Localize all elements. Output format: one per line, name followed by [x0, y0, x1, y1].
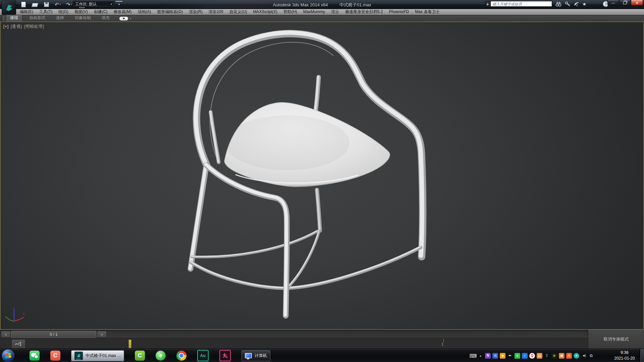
wan-app-icon[interactable]: 丸	[219, 350, 231, 361]
task-computer-label: 计算机	[255, 353, 267, 359]
app-logo-button[interactable]	[2, 0, 16, 15]
qq-icon[interactable]: Q	[529, 353, 535, 359]
chair-left-leg	[190, 165, 207, 269]
minimize-button[interactable]: —	[607, 0, 619, 6]
browser-tray-icon[interactable]: ▤	[537, 353, 542, 359]
ribbon-minimize-caret-icon	[122, 18, 125, 19]
green-browser-icon[interactable]: e	[156, 351, 166, 361]
volume-icon[interactable]: ◄)	[581, 353, 587, 359]
ribbon-tab-freeform[interactable]: 自由形式	[26, 15, 48, 21]
chrome-icon[interactable]	[176, 351, 186, 361]
taskbar-clock[interactable]: 9:36 2021-01-20	[610, 350, 639, 362]
ribbon-tab-populate[interactable]: 填充	[99, 15, 113, 21]
menu-help[interactable]: 帮助(H)	[280, 9, 300, 15]
task-3dsmax-window[interactable]: max 中式椅子01.max ...	[71, 350, 124, 361]
workspace-selector[interactable]: 工作区: 默认 ▾	[73, 1, 114, 7]
redo-icon: ↷	[66, 2, 70, 7]
menu-customize[interactable]: 自定义(U)	[226, 9, 250, 15]
communication-center-icon[interactable]	[574, 1, 579, 7]
world-axis-gizmo: z x	[3, 307, 27, 327]
redo-caret-icon[interactable]: ▾	[71, 3, 72, 6]
frame-tick-label: 1	[441, 342, 443, 346]
menu-edit[interactable]: 编辑(E)	[17, 9, 36, 15]
new-file-button[interactable]	[20, 1, 27, 8]
open-file-button[interactable]	[32, 1, 38, 8]
menu-maxscript[interactable]: MAXScript(X)	[250, 9, 280, 15]
menu-phoenixfd[interactable]: PhoenixFD	[386, 9, 412, 15]
save-button[interactable]	[43, 1, 50, 8]
menu-group[interactable]: 组(G)	[55, 9, 71, 15]
show-desktop-button[interactable]	[640, 349, 644, 362]
ribbon-options-caret-icon[interactable]: ▾	[130, 17, 131, 20]
mini-curve-editor-button[interactable]	[11, 339, 25, 349]
taskbar: C max 中式椅子01.max ... C e Au 丸 计算机 ⌨ ▴ N	[0, 349, 644, 362]
menu-graph-editors[interactable]: 图形编辑器(D)	[154, 9, 186, 15]
restore-button[interactable]	[620, 0, 630, 6]
ribbon-tab-selection[interactable]: 选择	[53, 15, 67, 21]
menu-animation[interactable]: 动画(A)	[135, 9, 154, 15]
clock-date: 2021-01-20	[610, 356, 639, 361]
open-folder-icon	[32, 3, 39, 7]
chair-stretchers	[190, 230, 421, 289]
chair-front-leg	[206, 164, 287, 316]
favorites-star-icon[interactable]: ★	[582, 2, 587, 6]
audition-icon[interactable]: Au	[197, 350, 209, 361]
menu-modifiers[interactable]: 修改器(M)	[110, 9, 135, 15]
undo-caret-icon[interactable]: ▾	[60, 3, 61, 6]
menu-render100[interactable]: 渲染100	[206, 9, 226, 15]
time-slider-row: < 0 / 1 >	[0, 330, 588, 338]
menu-antivirus[interactable]: Max 杀毒卫士	[412, 9, 443, 15]
taskbar-items: C max 中式椅子01.max ... C e Au 丸 计算机	[30, 349, 281, 362]
close-button[interactable]: ×	[631, 0, 643, 6]
huorong-icon[interactable]: 火	[566, 353, 572, 359]
search-input[interactable]	[490, 1, 552, 7]
screenshot-icon[interactable]: ▣	[559, 353, 565, 359]
key-access-icon[interactable]	[565, 1, 571, 7]
ribbon-tab-modeling[interactable]: 建模	[7, 14, 21, 21]
animation-key-marker[interactable]	[128, 340, 131, 348]
time-slider-thumb[interactable]: 0 / 1	[11, 331, 96, 338]
menu-maxmummy[interactable]: MaxMummy	[300, 9, 328, 15]
ribbon-tab-object-paint[interactable]: 对象绘制	[72, 15, 94, 21]
wechat-tray-icon[interactable]: c	[515, 353, 520, 359]
usb-tool-icon[interactable]: ◆	[500, 353, 505, 359]
start-button[interactable]	[2, 350, 14, 362]
nvidia-icon[interactable]: ◉	[551, 353, 557, 359]
wechat-icon[interactable]	[30, 351, 40, 361]
workspace-options-button[interactable]: ▾	[116, 1, 122, 7]
infocenter-icons: ★	[555, 1, 587, 7]
search-binoculars-icon[interactable]	[555, 1, 562, 7]
pc-manager-icon[interactable]: ✓	[522, 353, 528, 359]
eset-icon[interactable]: e	[574, 353, 579, 359]
camtasia-studio-icon[interactable]: C	[135, 351, 145, 361]
undo-icon: ↶	[55, 2, 59, 7]
previous-frame-button[interactable]: <	[1, 331, 11, 338]
camtasia-recorder-icon[interactable]: C	[50, 351, 60, 361]
menu-tools[interactable]: 工具(T)	[36, 9, 55, 15]
menu-rendering[interactable]: 渲染(R)	[186, 9, 206, 15]
ribbon-minimize-button[interactable]	[119, 17, 128, 20]
track-bar[interactable]: 1	[0, 338, 588, 349]
undo-button[interactable]: ↶▾	[54, 1, 61, 8]
task-computer-window[interactable]: 计算机	[241, 350, 271, 361]
chair-model[interactable]	[1, 22, 643, 329]
menu-rendercloud[interactable]: 渲云	[328, 9, 342, 15]
menu-views[interactable]: 视图(V)	[71, 9, 91, 15]
menu-create[interactable]: 创建(C)	[91, 9, 111, 15]
curve-editor-icon	[14, 341, 22, 347]
dict-icon[interactable]: 词	[492, 353, 498, 359]
next-frame-button[interactable]: >	[97, 331, 107, 338]
reader-pen-icon[interactable]: ✒	[507, 353, 513, 359]
cancel-expert-mode-button[interactable]: 取消专家模式	[602, 336, 631, 343]
netcut-icon[interactable]: N	[485, 353, 491, 359]
ribbon-grip-handle[interactable]	[1, 16, 4, 21]
menu-archive-tool[interactable]: 极速瘦身安全归档5.2	[342, 9, 386, 15]
save-icon	[44, 2, 49, 7]
network-icon[interactable]: ⧉	[588, 353, 594, 359]
perspective-viewport[interactable]: [+] [透视] [明暗处理]	[0, 21, 644, 330]
show-hidden-icons[interactable]: ▴	[478, 353, 483, 359]
redo-button[interactable]: ↷▾	[66, 1, 72, 8]
usb-eject-icon[interactable]: ⇧	[544, 353, 550, 359]
input-method-icon[interactable]: ⌨	[470, 353, 476, 359]
infocenter-collapse-button[interactable]: ▶	[485, 1, 490, 7]
